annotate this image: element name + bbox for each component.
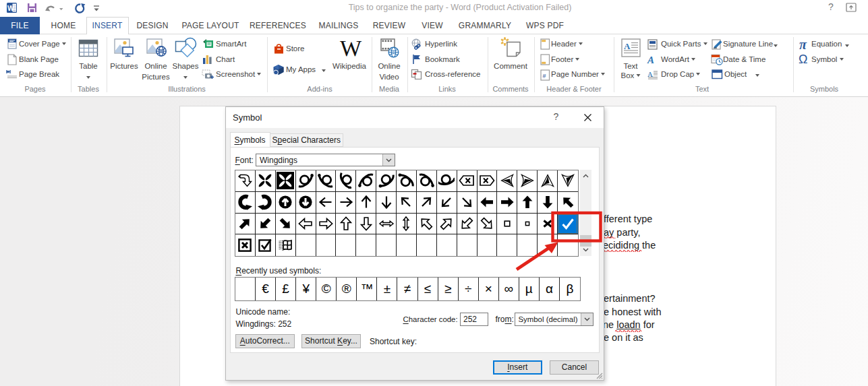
svg-text:A: A [647, 55, 654, 65]
svg-text:#: # [542, 72, 546, 79]
svg-text:A: A [624, 41, 631, 51]
svg-text:W: W [7, 4, 14, 12]
